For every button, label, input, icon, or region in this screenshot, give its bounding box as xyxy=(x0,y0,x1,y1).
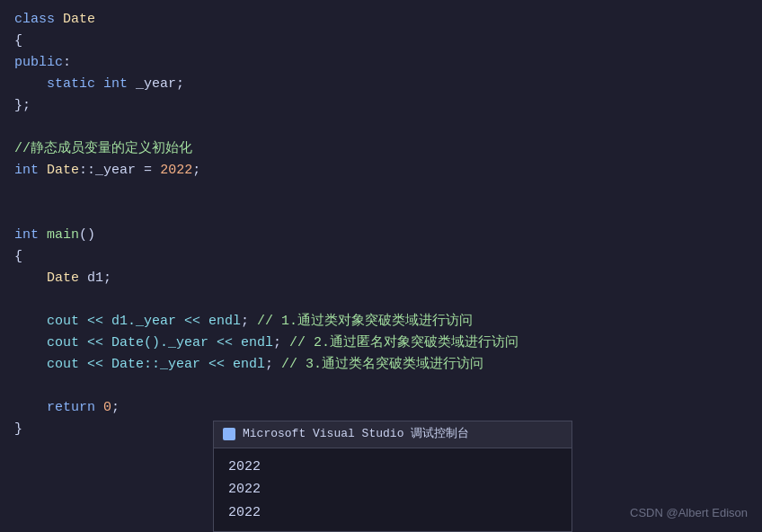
line-5: }; xyxy=(14,95,748,117)
line-return: return 0; xyxy=(14,397,748,419)
line-brace-main: { xyxy=(14,246,748,268)
watermark: CSDN @Albert Edison xyxy=(630,504,748,523)
line-main: int main() xyxy=(14,225,748,246)
line-cout1: cout << d1._year << endl; // 1.通过类对象突破类域… xyxy=(14,311,748,332)
console-popup: Microsoft Visual Studio 调试控制台 2022 2022 … xyxy=(213,421,572,532)
line-4: static int _year; xyxy=(14,74,748,95)
console-output: 2022 2022 2022 xyxy=(214,448,572,532)
line-2: { xyxy=(14,31,748,52)
console-title: Microsoft Visual Studio 调试控制台 xyxy=(243,425,469,444)
output-line-1: 2022 xyxy=(228,456,557,479)
console-title-bar: Microsoft Visual Studio 调试控制台 xyxy=(214,421,572,448)
output-line-2: 2022 xyxy=(228,478,557,501)
line-blank-4 xyxy=(14,289,748,311)
line-blank-5 xyxy=(14,376,748,397)
line-blank-2 xyxy=(14,182,748,203)
line-cout2: cout << Date()._year << endl; // 2.通过匿名对… xyxy=(14,332,748,354)
line-date-d1: Date d1; xyxy=(14,268,748,289)
line-blank-3 xyxy=(14,203,748,225)
line-cout3: cout << Date::_year << endl; // 3.通过类名突破… xyxy=(14,354,748,376)
line-blank-1 xyxy=(14,117,748,138)
line-comment-cn: //静态成员变量的定义初始化 xyxy=(14,138,748,160)
line-1: class Date xyxy=(14,9,748,31)
code-editor: class Date { public: static int _year; }… xyxy=(0,0,762,449)
output-line-3: 2022 xyxy=(228,501,557,525)
line-static-init: int Date::_year = 2022; xyxy=(14,160,748,182)
vs-icon xyxy=(223,428,235,440)
line-3: public: xyxy=(14,52,748,74)
